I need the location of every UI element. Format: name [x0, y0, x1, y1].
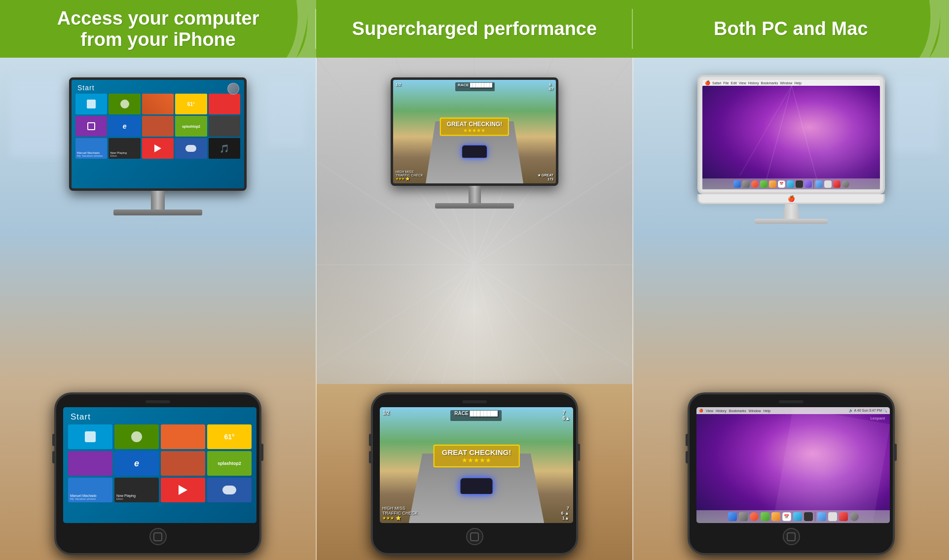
- tile-weather: 61°: [175, 94, 207, 114]
- iphone-vol-btn: [52, 434, 55, 446]
- iphone-home-btn-3: [783, 528, 800, 545]
- iphone-body-3: 🍎 View History Bookmarks Window Help 🔊 A…: [688, 392, 895, 555]
- bg-window-blur-2: [266, 77, 306, 146]
- iphone-3-speaker: [779, 400, 803, 403]
- game-banner-text: GREAT CHECKING!: [447, 120, 502, 127]
- header: Access your computerfrom your iPhone Sup…: [0, 0, 949, 58]
- tile-splashtop: splashtop2: [175, 116, 207, 137]
- iphone-body-2: 1/2 RACE ████████ 76▲ GREAT CHECKING! ★★…: [371, 392, 578, 555]
- dock-icon-1: [733, 180, 741, 188]
- dock-icon-5: [769, 180, 776, 188]
- game-hud-top: 1/2 RACE ████████ 667: [396, 82, 553, 91]
- apple-logo-text: 🍎: [705, 80, 710, 85]
- iphone-vol-btn-2: [52, 451, 55, 463]
- iphone-mac-screen: 🍎 View History Bookmarks Window Help 🔊 A…: [696, 407, 890, 523]
- tile-maps: [75, 116, 107, 137]
- dock-icon-6: 📅: [778, 180, 785, 188]
- dock-icon-8: [796, 180, 803, 188]
- iphone-win8-start: Start: [71, 412, 91, 422]
- iphone-2-vol-btn-2: [369, 451, 372, 463]
- iphone-home-btn-2: [466, 528, 483, 545]
- mac-dock: 📅: [702, 178, 880, 189]
- win8-tiles-grid: 61° e splashtop2 Manuel Machado My Vacat…: [72, 80, 244, 163]
- game-hud-bottom: HIGH MISS TRAFFIC CHECK ★★★ ⭐: [396, 170, 553, 181]
- header-panel-3: Both PC and Mac: [633, 0, 949, 58]
- dock-icon-10: [813, 179, 814, 188]
- iphone-speaker-top: [146, 400, 170, 403]
- mac-screen: 📅: [702, 86, 880, 189]
- mac-monitor-bezel: 🍎 Safari File Edit View History Bookmark…: [697, 75, 885, 194]
- iphone-game-banner: GREAT CHECKING! ★★★★★: [434, 445, 520, 467]
- tile-youtube: [142, 138, 174, 159]
- car: [462, 145, 487, 158]
- game-stars: ★★★★★: [447, 127, 502, 133]
- dock-icon-2: [742, 180, 750, 188]
- mac-stars: [702, 86, 880, 189]
- main-content: Start 61°: [0, 58, 949, 560]
- header-panel-2-text: Supercharged performance: [352, 18, 597, 39]
- iphone-body-1: Start 61° e splashtop2 Manuel Machado: [54, 392, 261, 555]
- iphone-screen-win8: Start 61° e splashtop2 Manuel Machado: [63, 407, 256, 523]
- windows-monitor: Start 61°: [69, 77, 247, 215]
- header-panel-1-text: Access your computerfrom your iPhone: [57, 8, 259, 50]
- dock-icon-7: [787, 180, 794, 188]
- panel-3-bg-blur: [890, 77, 939, 151]
- panel-mac-pc: 🍎 Safari File Edit View History Bookmark…: [633, 58, 949, 560]
- dock-icon-12: [824, 180, 832, 188]
- iphone-mac-stars: [696, 407, 890, 523]
- iphone-windows: Start 61° e splashtop2 Manuel Machado: [54, 392, 261, 555]
- header-panel-3-text: Both PC and Mac: [714, 18, 868, 39]
- dock-icon-13: [833, 180, 840, 188]
- dock-icon-14: [842, 180, 849, 188]
- iphone-hud-top: 1/2 RACE ████████ 76▲: [383, 410, 570, 421]
- tile-music: 🎵: [209, 138, 240, 159]
- iphone-game-screen: 1/2 RACE ████████ 76▲ GREAT CHECKING! ★★…: [380, 407, 573, 523]
- iphone-game: 1/2 RACE ████████ 76▲ GREAT CHECKING! ★★…: [371, 392, 578, 555]
- mac-stand-base: [754, 219, 828, 224]
- game-monitor-stand: [469, 186, 481, 203]
- leaf-decoration-1: [267, 0, 316, 58]
- win8-start-label: Start: [77, 84, 95, 92]
- monitor-bezel: Start 61°: [69, 77, 247, 191]
- win8-user-avatar: [227, 83, 239, 95]
- monitor-screen-win8: Start 61°: [72, 80, 244, 188]
- dock-icon-4: [760, 180, 767, 188]
- iphone-tiles-grid: 61° e splashtop2 Manuel Machado My Vacat…: [63, 407, 256, 507]
- tile-cloud: [175, 138, 207, 159]
- header-panel-2: Supercharged performance: [316, 0, 632, 58]
- iphone-2-vol-btn: [369, 434, 372, 446]
- iphone-mac-dock: 📅: [696, 510, 890, 523]
- dock-icon-3: [751, 180, 759, 188]
- panel-windows-access: Start 61°: [0, 58, 317, 560]
- mac-stand-pole: [779, 204, 803, 219]
- iphone-power-btn: [260, 444, 263, 461]
- panel-game-performance: 1/2 RACE ████████ 667 GREAT CHECKING! ★★…: [317, 58, 633, 560]
- iphone-3-vol-btn: [686, 434, 689, 446]
- bg-window-blur: [10, 77, 69, 156]
- game-overlay-banner: GREAT CHECKING! ★★★★★: [440, 117, 509, 136]
- tile-nowplaying: Now Playing Elton: [109, 138, 140, 159]
- tile-games: [109, 94, 140, 114]
- iphone-banner-stars: ★★★★★: [442, 456, 511, 464]
- game-screen: 1/2 RACE ████████ 667 GREAT CHECKING! ★★…: [393, 80, 556, 183]
- game-speed: ★ GREAT 173: [538, 174, 553, 181]
- game-monitor-base: [435, 203, 514, 209]
- tile-photo: [142, 94, 174, 114]
- tile-extra: [209, 116, 240, 137]
- monitor-stand-1: [151, 191, 165, 210]
- leaf-decoration-3: [900, 0, 949, 58]
- tile-contact: Manuel Machado My Vacation photos: [75, 138, 107, 159]
- dock-icon-9: [804, 180, 812, 188]
- iphone-2-power-btn: [577, 444, 580, 461]
- tile-store: [75, 94, 107, 114]
- monitor-base-1: [113, 210, 202, 215]
- iphone-3-vol-btn-2: [686, 451, 689, 463]
- mac-chin: 🍎: [697, 194, 885, 204]
- dock-icon-11: [815, 180, 823, 188]
- tile-ie: e: [109, 116, 140, 137]
- iphone-car: [461, 478, 493, 494]
- iphone-banner-text: GREAT CHECKING!: [442, 448, 511, 456]
- iphone-3-power-btn: [894, 444, 897, 461]
- iphone-hud-bottom: HIGH MISS TRAFFIC CHECK ★★★ ⭐: [382, 506, 418, 521]
- iphone-speed: 7 6 ▲ 1▲: [561, 506, 569, 521]
